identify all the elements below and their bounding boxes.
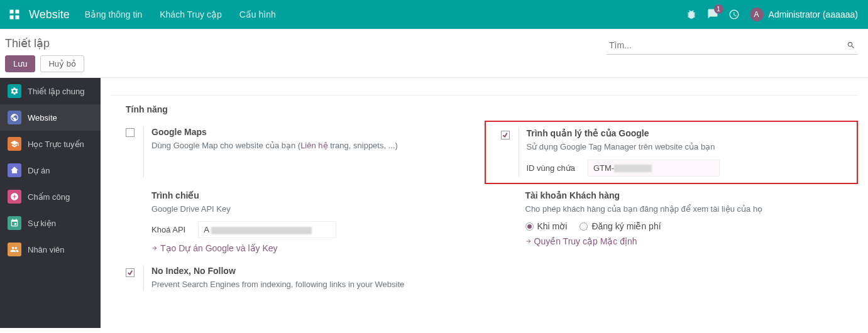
sidebar-item-3[interactable]: Dự án <box>0 157 101 183</box>
feature-title: Tài khoản Khách hàng <box>525 190 843 200</box>
contact-link[interactable]: Liên hệ <box>300 141 327 150</box>
section-title: Tính năng <box>111 96 858 121</box>
nav-visitors[interactable]: Khách Truy cập <box>160 9 222 19</box>
bug-icon[interactable] <box>686 9 697 20</box>
sidebar-item-label: Website <box>28 113 57 123</box>
messages-icon[interactable]: 1 <box>707 8 718 21</box>
create-project-link[interactable]: Tạo Dự án Google và lấy Key <box>151 243 278 253</box>
gtm-container-id-input[interactable]: GTM- <box>588 160 720 177</box>
sidebar-item-label: Học Trực tuyến <box>28 139 84 149</box>
avatar: A <box>750 8 764 21</box>
breadcrumb: Thiết lập <box>5 36 84 50</box>
sidebar-item-0[interactable]: Thiết lập chung <box>0 78 101 104</box>
svg-rect-3 <box>16 16 19 19</box>
feature-desc: Prevent Search Engines from indexing, fo… <box>151 278 470 291</box>
feature-title: Trình chiếu <box>151 190 470 200</box>
feature-title: Trình quản lý thẻ của Google <box>527 128 842 138</box>
feature-gtm: Trình quản lý thẻ của Google Sử dụng Goo… <box>485 121 859 184</box>
sidebar-item-5[interactable]: Sự kiện <box>0 210 101 236</box>
feature-desc: Google Drive API Key <box>151 203 470 216</box>
brand[interactable]: Website <box>29 8 70 21</box>
nav-dashboard[interactable]: Bảng thông tin <box>85 9 143 19</box>
radio-free-signup[interactable]: Đăng ký miễn phí <box>580 221 661 231</box>
user-name: Administrator (aaaaaa) <box>769 9 858 19</box>
nav-config[interactable]: Cấu hình <box>239 9 276 19</box>
radio-on-invite[interactable]: Khi mời <box>525 221 568 231</box>
search-input[interactable] <box>607 36 858 54</box>
sidebar-item-label: Sự kiện <box>28 219 56 228</box>
feature-slideshow: Trình chiếu Google Drive API Key Khoá AP… <box>111 184 485 260</box>
sidebar-icon <box>8 216 21 230</box>
sidebar-icon <box>8 190 21 204</box>
user-menu[interactable]: A Administrator (aaaaaa) <box>750 8 858 21</box>
feature-desc: Cho phép khách hàng của bạn đăng nhập để… <box>525 203 843 216</box>
checkbox-gtm[interactable] <box>501 131 510 139</box>
default-access-link[interactable]: Quyền Truy cập Mặc định <box>525 236 637 246</box>
sidebar-item-4[interactable]: Chấm công <box>0 183 101 210</box>
svg-rect-1 <box>16 10 19 14</box>
discard-button[interactable]: Huỷ bỏ <box>40 55 84 72</box>
field-label: Khoá API <box>151 225 185 234</box>
checkbox-noindex[interactable] <box>126 268 135 277</box>
sidebar-icon <box>8 137 21 151</box>
sidebar-item-label: Thiết lập chung <box>28 87 84 96</box>
sidebar-item-label: Nhân viên <box>28 245 65 254</box>
sidebar-icon <box>8 163 21 177</box>
feature-google-maps: Google Maps Dùng Google Map cho website … <box>111 121 485 184</box>
apps-icon[interactable] <box>5 5 24 24</box>
feature-desc: Dùng Google Map cho website của bạn (Liê… <box>151 139 470 152</box>
sidebar-item-2[interactable]: Học Trực tuyến <box>0 131 101 157</box>
sidebar-icon <box>8 111 21 124</box>
messages-badge: 1 <box>714 4 723 14</box>
sidebar-icon <box>8 243 21 256</box>
feature-noindex: No Index, No Follow Prevent Search Engin… <box>111 259 485 297</box>
feature-desc: Sử dụng Google Tag Manager trên website … <box>527 141 842 153</box>
sidebar-item-label: Dự án <box>28 166 50 175</box>
sidebar-item-label: Chấm công <box>28 192 70 202</box>
feature-title: Google Maps <box>151 127 470 137</box>
clock-icon[interactable] <box>728 9 740 20</box>
sidebar-item-6[interactable]: Nhân viên <box>0 236 101 263</box>
svg-rect-2 <box>10 16 14 19</box>
api-key-input[interactable]: A <box>198 221 336 238</box>
sidebar-icon <box>8 84 21 98</box>
svg-rect-0 <box>10 10 14 14</box>
checkbox-gmaps[interactable] <box>126 128 135 137</box>
search-icon[interactable] <box>847 41 855 50</box>
feature-customer-account: Tài khoản Khách hàng Cho phép khách hàng… <box>485 184 859 260</box>
save-button[interactable]: Lưu <box>5 55 35 72</box>
sidebar-item-1[interactable]: Website <box>0 104 101 131</box>
field-label: ID vùng chứa <box>527 163 575 173</box>
feature-title: No Index, No Follow <box>151 266 470 276</box>
